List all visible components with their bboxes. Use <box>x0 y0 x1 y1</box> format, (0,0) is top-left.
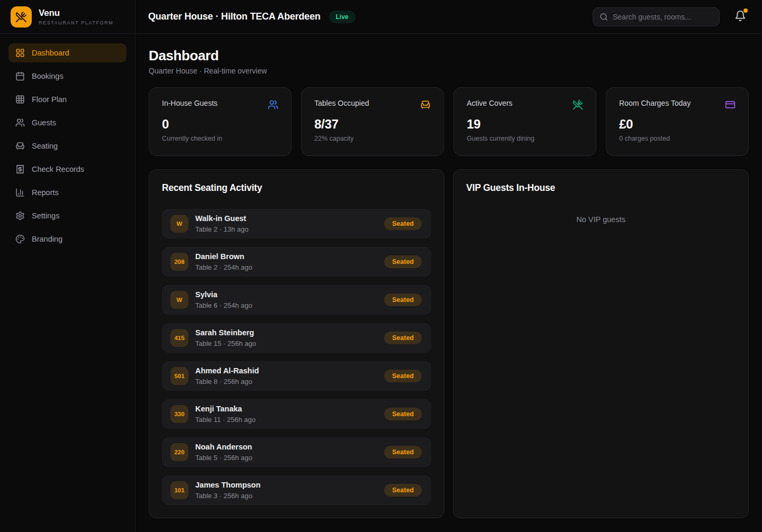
page-title: Dashboard <box>149 48 749 64</box>
seated-status-badge: Seated <box>384 408 422 420</box>
sidebar-item-label: Bookings <box>32 72 64 80</box>
stat-card-value: 19 <box>467 117 583 132</box>
guest-name: Noah Anderson <box>195 443 252 452</box>
venue-title: Quarter House · Hilton TECA Aberdeen <box>148 11 321 22</box>
activity-row[interactable]: 101 James Thompson Table 3 · 256h ago Se… <box>162 475 431 505</box>
topbar: Quarter House · Hilton TECA Aberdeen Liv… <box>135 0 762 34</box>
brand-header: Venu RESTAURANT PLATFORM <box>0 0 135 34</box>
palette-icon <box>15 234 25 244</box>
seating-detail: Table 8 · 256h ago <box>195 378 259 386</box>
search-box[interactable] <box>593 7 720 26</box>
activity-row[interactable]: W Walk-in Guest Table 2 · 13h ago Seated <box>162 209 431 239</box>
venu-logo-icon <box>11 6 32 27</box>
search-icon <box>600 13 608 21</box>
seated-status-badge: Seated <box>384 446 422 458</box>
activity-panel-title: Recent Seating Activity <box>162 182 431 194</box>
activity-row[interactable]: W Sylvia Table 6 · 254h ago Seated <box>162 285 431 315</box>
vip-guests-panel: VIP Guests In-House No VIP guests <box>453 169 749 518</box>
guest-name: Sarah Steinberg <box>195 328 256 337</box>
stat-card-tables-occupied: Tables Occupied 8/37 22% capacity <box>301 87 444 156</box>
room-badge: 101 <box>170 481 188 499</box>
room-badge: 415 <box>170 329 188 347</box>
sidebar-item-check-records[interactable]: Check Records <box>8 160 126 179</box>
guest-name: James Thompson <box>195 481 260 490</box>
main-column: Quarter House · Hilton TECA Aberdeen Liv… <box>135 0 762 532</box>
recent-seating-activity-panel: Recent Seating Activity W Walk-in Guest … <box>149 169 444 518</box>
stat-card-value: £0 <box>619 117 736 132</box>
seating-detail: Table 2 · 254h ago <box>195 263 252 271</box>
sidebar-item-branding[interactable]: Branding <box>8 230 126 249</box>
activity-row[interactable]: 415 Sarah Steinberg Table 15 · 256h ago … <box>162 323 431 353</box>
stat-card-subtext: 0 charges posted <box>619 135 736 142</box>
vip-panel-title: VIP Guests In-House <box>466 182 736 194</box>
sidebar: Venu RESTAURANT PLATFORM Dashboard Booki… <box>0 0 135 532</box>
stat-cards: In-House Guests 0 Currently checked in T… <box>149 87 749 156</box>
seating-detail: Table 2 · 13h ago <box>195 225 248 233</box>
seated-status-badge: Seated <box>384 484 422 497</box>
guest-name: Daniel Brown <box>195 252 252 261</box>
stat-card-in-house-guests: In-House Guests 0 Currently checked in <box>149 87 292 156</box>
settings-icon <box>15 211 25 221</box>
notifications-button[interactable] <box>734 10 746 24</box>
bar-chart-icon <box>15 188 25 197</box>
stat-card-label: In-House Guests <box>162 99 217 107</box>
armchair-icon <box>420 99 431 110</box>
sidebar-item-seating[interactable]: Seating <box>8 136 126 155</box>
stat-card-subtext: 22% capacity <box>314 135 431 142</box>
sidebar-item-label: Reports <box>32 188 59 197</box>
seated-status-badge: Seated <box>384 370 422 382</box>
users-icon <box>15 118 25 127</box>
activity-row[interactable]: 330 Kenji Tanaka Table 11 · 256h ago Sea… <box>162 399 431 429</box>
seating-detail: Table 3 · 256h ago <box>195 492 260 500</box>
search-input[interactable] <box>613 13 713 21</box>
brand-name: Venu <box>39 8 113 19</box>
sidebar-nav: Dashboard Bookings Floor Plan Guests <box>0 34 135 258</box>
sidebar-item-label: Guests <box>32 118 56 127</box>
room-badge: 220 <box>170 443 188 461</box>
sidebar-item-settings[interactable]: Settings <box>8 206 126 225</box>
guest-name: Walk-in Guest <box>195 214 248 223</box>
seated-status-badge: Seated <box>384 217 422 230</box>
seated-status-badge: Seated <box>384 332 422 344</box>
seated-status-badge: Seated <box>384 293 422 306</box>
seating-detail: Table 6 · 254h ago <box>195 301 252 309</box>
panels-row: Recent Seating Activity W Walk-in Guest … <box>149 169 749 518</box>
sidebar-item-label: Branding <box>32 235 62 243</box>
stat-card-subtext: Guests currently dining <box>467 135 583 142</box>
stat-card-value: 0 <box>162 117 278 132</box>
sidebar-item-floor-plan[interactable]: Floor Plan <box>8 90 126 109</box>
layout-grid-icon <box>15 48 25 58</box>
utensils-crossed-icon <box>573 99 583 110</box>
seating-detail: Table 5 · 256h ago <box>195 454 252 462</box>
room-badge: W <box>170 215 188 233</box>
live-status-badge: Live <box>329 11 356 23</box>
stat-card-room-charges-today: Room Charges Today £0 0 charges posted <box>606 87 749 156</box>
vip-empty-state: No VIP guests <box>466 215 736 224</box>
sidebar-item-label: Seating <box>32 142 58 150</box>
seating-detail: Table 11 · 256h ago <box>195 416 256 424</box>
stat-card-value: 8/37 <box>314 117 431 132</box>
credit-card-icon <box>725 99 736 110</box>
activity-row[interactable]: 220 Noah Anderson Table 5 · 256h ago Sea… <box>162 437 431 467</box>
seated-status-badge: Seated <box>384 255 422 268</box>
activity-row[interactable]: 501 Ahmed Al-Rashid Table 8 · 256h ago S… <box>162 361 431 391</box>
activity-row[interactable]: 208 Daniel Brown Table 2 · 254h ago Seat… <box>162 247 431 277</box>
room-badge: W <box>170 291 188 309</box>
room-badge: 208 <box>170 253 188 271</box>
calendar-icon <box>15 71 25 81</box>
stat-card-label: Active Covers <box>467 99 512 107</box>
sidebar-item-dashboard[interactable]: Dashboard <box>8 43 126 62</box>
room-badge: 501 <box>170 367 188 385</box>
sidebar-item-bookings[interactable]: Bookings <box>8 67 126 86</box>
stat-card-active-covers: Active Covers 19 Guests currently dining <box>453 87 596 156</box>
room-badge: 330 <box>170 405 188 423</box>
users-icon <box>268 99 278 110</box>
sidebar-item-guests[interactable]: Guests <box>8 113 126 132</box>
seating-detail: Table 15 · 256h ago <box>195 340 256 347</box>
guest-name: Sylvia <box>195 290 252 299</box>
sidebar-item-reports[interactable]: Reports <box>8 183 126 202</box>
brand-tagline: RESTAURANT PLATFORM <box>39 20 113 25</box>
stat-card-label: Room Charges Today <box>619 99 691 107</box>
sidebar-item-label: Check Records <box>32 165 84 173</box>
stat-card-label: Tables Occupied <box>314 99 369 107</box>
